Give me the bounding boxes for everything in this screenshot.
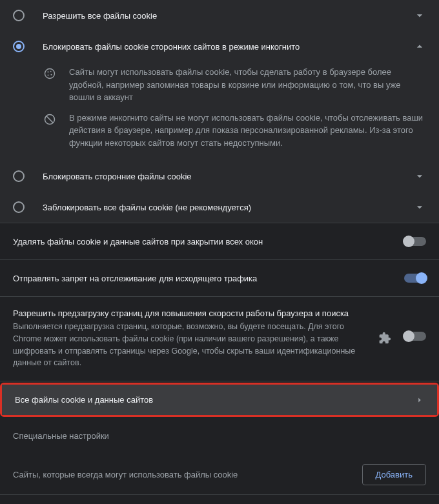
add-button[interactable]: Добавить: [362, 464, 426, 485]
option-block-third-incognito[interactable]: Блокировать файлы cookie сторонних сайто…: [0, 31, 439, 62]
radio-icon: [13, 41, 25, 52]
toggle-label: Удалять файлы cookie и данные сайтов при…: [13, 237, 404, 247]
chevron-up-icon: [413, 40, 426, 53]
svg-point-4: [48, 75, 49, 76]
svg-line-6: [46, 116, 54, 123]
toggle-subtext: Выполняется предзагрузка страниц, которы…: [13, 321, 369, 369]
toggle-label: Отправлять запрет на отслеживание для ис…: [13, 274, 404, 283]
option-block-all[interactable]: Заблокировать все файлы cookie (не реком…: [0, 192, 439, 223]
option-label: Блокировать файлы cookie сторонних сайто…: [43, 42, 413, 52]
custom-settings-header: Специальные настройки: [0, 418, 439, 446]
option-description: Сайты могут использовать файлы cookie, ч…: [0, 62, 439, 161]
desc-text: Сайты могут использовать файлы cookie, ч…: [69, 66, 426, 104]
option-allow-all[interactable]: Разрешить все файлы cookie: [0, 0, 439, 31]
svg-point-2: [50, 71, 52, 72]
toggle-do-not-track-row[interactable]: Отправлять запрет на отслеживание для ис…: [0, 260, 439, 296]
option-block-third[interactable]: Блокировать сторонние файлы cookie: [0, 161, 439, 192]
radio-icon: [13, 10, 25, 21]
highlight-box: Все файлы cookie и данные сайтов: [0, 383, 439, 417]
toggle-clear-on-close-row[interactable]: Удалять файлы cookie и данные сайтов при…: [0, 223, 439, 259]
always-allow-row: Сайты, которые всегда могут использовать…: [0, 455, 439, 494]
toggle-preload-row[interactable]: Разрешить предзагрузку страниц для повыш…: [0, 297, 439, 381]
block-icon: [43, 113, 56, 126]
nav-all-cookies[interactable]: Все файлы cookie и данные сайтов: [2, 385, 437, 415]
option-label: Разрешить все файлы cookie: [43, 11, 413, 21]
chevron-right-icon: [415, 396, 424, 405]
toggle-clear-on-close[interactable]: [404, 237, 426, 246]
cookie-icon: [43, 67, 56, 80]
chevron-down-icon: [413, 201, 426, 214]
toggle-title: Разрешить предзагрузку страниц для повыш…: [13, 308, 369, 318]
nav-label: Все файлы cookie и данные сайтов: [15, 395, 415, 405]
option-label: Блокировать сторонние файлы cookie: [43, 172, 413, 181]
toggle-do-not-track[interactable]: [404, 274, 426, 283]
radio-icon: [13, 170, 25, 182]
always-allow-label: Сайты, которые всегда могут использовать…: [13, 470, 362, 479]
svg-point-0: [45, 69, 55, 79]
toggle-preload[interactable]: [404, 332, 426, 341]
svg-point-1: [47, 71, 48, 72]
extension-icon: [378, 332, 391, 345]
empty-sites-label: Добавленных сайтов нет: [0, 495, 439, 504]
desc-text: В режиме инкогнито сайты не могут исполь…: [69, 112, 426, 150]
chevron-down-icon: [413, 170, 426, 183]
radio-icon: [13, 201, 25, 213]
svg-point-3: [51, 74, 52, 76]
option-label: Заблокировать все файлы cookie (не реком…: [43, 203, 413, 212]
chevron-down-icon: [413, 9, 426, 22]
